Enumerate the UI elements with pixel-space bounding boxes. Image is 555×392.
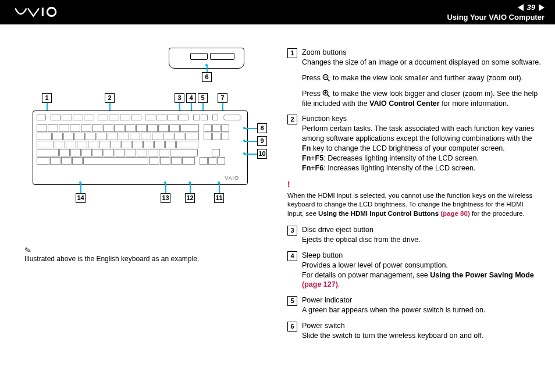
callout-9: 9 [257,136,267,146]
callout-7: 7 [218,93,227,103]
page-number: 39 [527,3,535,12]
next-page-icon[interactable] [539,4,545,11]
callout-13: 13 [161,193,170,203]
item1-num: 1 [287,48,297,58]
keyboard-diagram: 6 1 2 3 4 5 7 VAIO [29,48,262,228]
svg-rect-0 [42,8,44,16]
pencil-icon: ✎ [24,245,33,255]
item2-title: Function keys [302,115,347,123]
item5-num: 5 [287,296,297,306]
zoom-out-icon [322,74,330,82]
keyboard-badge: VAIO [225,175,239,181]
item1-desc: Changes the size of an image or a docume… [302,58,541,66]
header-bar: 39 Using Your VAIO Computer [0,0,555,24]
callout-3: 3 [175,93,184,103]
callout-12: 12 [185,193,195,203]
description-list: 1 Zoom buttons Changes the size of an im… [287,48,541,347]
item6-num: 6 [287,322,297,332]
callout-4: 4 [186,93,196,103]
svg-point-1 [47,8,55,16]
svg-line-4 [328,79,330,81]
item3-num: 3 [287,226,297,236]
callout-5: 5 [198,93,208,103]
callout-14: 14 [76,193,86,203]
item2-num: 2 [287,115,297,124]
footnote-text: Illustrated above is the English keyboar… [24,255,199,263]
zoom-in-icon [322,90,330,98]
page-link-127[interactable]: (page 127) [302,280,338,288]
prev-page-icon[interactable] [518,4,524,11]
vaio-logo [10,7,74,17]
callout-11: 11 [214,193,224,203]
item4-num: 4 [287,251,297,261]
warning-icon: ! [287,179,541,190]
callout-6: 6 [202,72,212,82]
section-title: Using Your VAIO Computer [447,13,545,22]
page-link-80[interactable]: (page 80) [439,210,470,217]
svg-line-8 [328,94,330,97]
callout-1: 1 [42,93,52,103]
footnote: ✎ Illustrated above is the English keybo… [24,245,273,263]
callout-10: 10 [257,149,267,159]
callout-8: 8 [257,123,267,133]
warning-text: When the HDMI input is selected, you can… [287,191,541,219]
item1-title: Zoom buttons [302,48,346,56]
callout-2: 2 [105,93,115,103]
